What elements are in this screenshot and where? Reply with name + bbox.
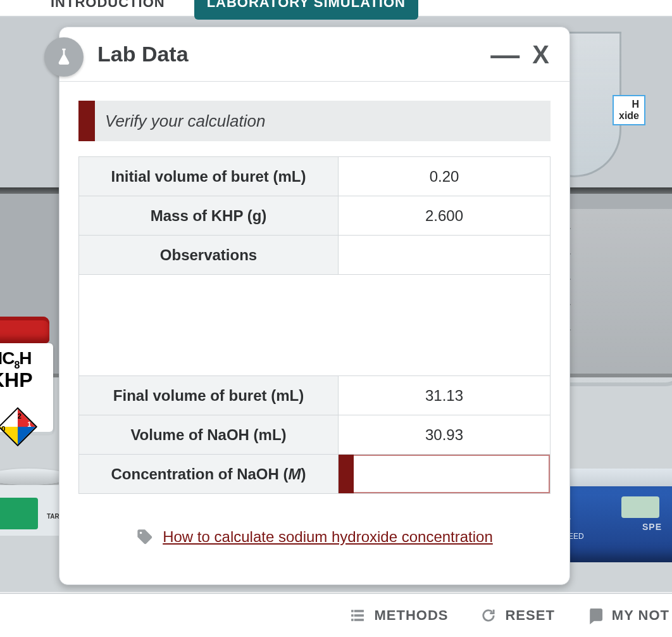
verify-accent-bar (78, 101, 95, 141)
lab-data-panel: Lab Data — X Verify your calculation Ini… (59, 27, 570, 585)
my-notes-button[interactable]: MY NOT (587, 607, 669, 624)
stirrer-brand: SPE (642, 522, 662, 532)
row-observations-value[interactable] (339, 236, 551, 275)
hint-link[interactable]: How to calculate sodium hydroxide concen… (163, 528, 493, 546)
notes-icon (587, 607, 604, 624)
row-final-volume-value: 31.13 (339, 376, 551, 415)
concentration-input[interactable] (354, 455, 550, 493)
verify-banner: Verify your calculation (78, 101, 551, 141)
panel-title: Lab Data (97, 42, 189, 66)
row-concentration-input-cell (339, 455, 551, 494)
lab-data-table: Initial volume of buret (mL) 0.20 Mass o… (78, 156, 551, 494)
row-observations-label: Observations (79, 236, 339, 275)
conc-label-m: M (289, 465, 301, 482)
row-volume-naoh-label: Volume of NaOH (mL) (79, 415, 339, 455)
row-volume-naoh-value: 30.93 (339, 415, 551, 455)
hazard-fire: 1 (23, 420, 35, 428)
hint-row: How to calculate sodium hydroxide concen… (78, 528, 551, 546)
row-initial-volume-value: 0.20 (339, 157, 551, 196)
minimize-button[interactable]: — (484, 40, 526, 69)
bottom-toolbar: METHODS RESET MY NOT (0, 593, 672, 637)
input-accent-bar (339, 455, 354, 493)
methods-button[interactable]: METHODS (349, 607, 448, 624)
hazard-health: 2 (13, 412, 26, 420)
flask-label-top: H (619, 99, 639, 110)
top-tab-bar: INTRODUCTION LABORATORY SIMULATION (0, 0, 672, 17)
row-concentration-label: Concentration of NaOH (M) (79, 455, 339, 494)
conc-label-prefix: Concentration of NaOH ( (111, 465, 289, 482)
tab-laboratory-simulation[interactable]: LABORATORY SIMULATION (194, 0, 418, 20)
khp-formula-a: HC (0, 348, 14, 368)
verify-text: Verify your calculation (95, 111, 265, 131)
tag-icon (136, 528, 154, 546)
methods-label: METHODS (374, 607, 448, 624)
reset-icon (480, 607, 497, 624)
row-final-volume-label: Final volume of buret (mL) (79, 376, 339, 415)
tab-introduction[interactable]: INTRODUCTION (38, 0, 178, 20)
close-button[interactable]: X (526, 42, 556, 67)
reset-button[interactable]: RESET (480, 607, 554, 624)
khp-name: KHP (0, 369, 51, 392)
flask-label-text: xide (619, 110, 639, 121)
khp-formula-b: H (19, 348, 31, 368)
conc-label-suffix: ) (301, 465, 306, 482)
khp-bottle: HC8H KHP 2 1 0 (0, 317, 63, 437)
spacer-row (79, 275, 551, 376)
panel-header: Lab Data — X (59, 27, 569, 82)
hazard-react: 0 (0, 425, 9, 432)
reset-label: RESET (505, 607, 554, 624)
row-mass-khp-value: 2.600 (339, 196, 551, 236)
list-icon (349, 607, 366, 624)
row-initial-volume-label: Initial volume of buret (mL) (79, 157, 339, 196)
flask-icon (44, 37, 84, 77)
scale-display: g (0, 498, 38, 529)
row-mass-khp-label: Mass of KHP (g) (79, 196, 339, 236)
my-notes-label: MY NOT (612, 607, 669, 624)
